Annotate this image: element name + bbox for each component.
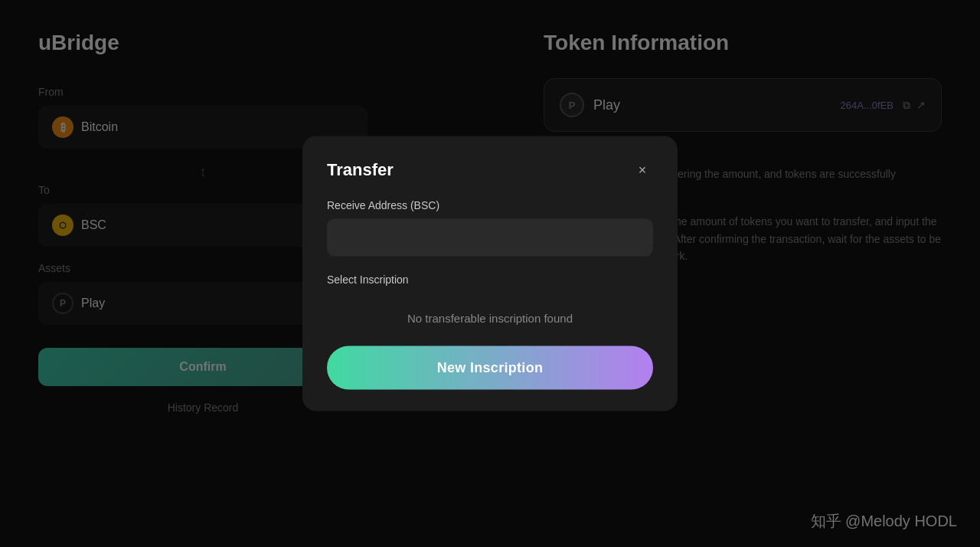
modal-title: Transfer bbox=[327, 160, 394, 180]
transfer-modal: Transfer × Receive Address (BSC) Select … bbox=[302, 136, 678, 411]
new-inscription-button[interactable]: New Inscription bbox=[327, 346, 653, 390]
select-inscription-label: Select Inscription bbox=[327, 274, 653, 286]
receive-address-label: Receive Address (BSC) bbox=[327, 199, 653, 211]
no-inscription-text: No transferable inscription found bbox=[327, 296, 653, 346]
receive-address-input[interactable] bbox=[327, 219, 653, 257]
modal-header: Transfer × bbox=[327, 159, 653, 181]
close-button[interactable]: × bbox=[632, 159, 653, 181]
